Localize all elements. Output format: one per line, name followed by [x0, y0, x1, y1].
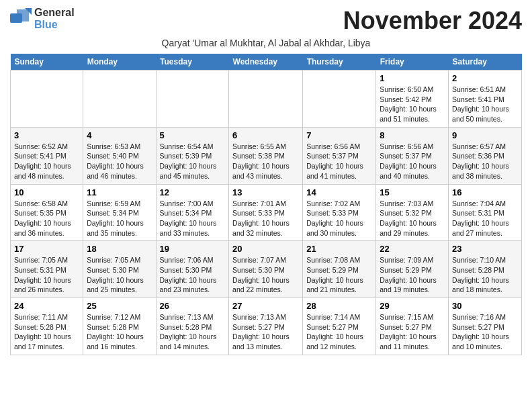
calendar-cell: 18Sunrise: 7:05 AM Sunset: 5:30 PM Dayli…: [83, 241, 156, 298]
day-number: 9: [452, 130, 518, 140]
calendar-cell: 30Sunrise: 7:16 AM Sunset: 5:27 PM Dayli…: [449, 298, 522, 355]
day-number: 23: [452, 244, 518, 254]
day-number: 18: [87, 244, 152, 254]
logo: General Blue: [10, 7, 75, 30]
svg-marker-1: [17, 9, 29, 21]
day-info: Sunrise: 7:02 AM Sunset: 5:33 PM Dayligh…: [306, 199, 372, 238]
calendar-week-row: 10Sunrise: 6:58 AM Sunset: 5:35 PM Dayli…: [11, 184, 522, 241]
calendar-cell: 4Sunrise: 6:53 AM Sunset: 5:40 PM Daylig…: [83, 127, 156, 184]
day-info: Sunrise: 7:10 AM Sunset: 5:28 PM Dayligh…: [452, 255, 518, 295]
calendar-cell: 11Sunrise: 6:59 AM Sunset: 5:34 PM Dayli…: [83, 184, 156, 241]
day-number: 1: [380, 73, 445, 83]
day-number: 25: [87, 301, 152, 311]
calendar-cell: [83, 71, 156, 128]
day-info: Sunrise: 7:07 AM Sunset: 5:30 PM Dayligh…: [232, 255, 299, 295]
calendar-cell: 12Sunrise: 7:00 AM Sunset: 5:34 PM Dayli…: [156, 184, 229, 241]
day-info: Sunrise: 7:15 AM Sunset: 5:27 PM Dayligh…: [380, 312, 445, 352]
calendar-week-row: 17Sunrise: 7:05 AM Sunset: 5:31 PM Dayli…: [11, 241, 522, 298]
day-of-week-header: Sunday: [11, 54, 83, 71]
day-info: Sunrise: 7:13 AM Sunset: 5:28 PM Dayligh…: [160, 312, 226, 352]
calendar-cell: 19Sunrise: 7:06 AM Sunset: 5:30 PM Dayli…: [156, 241, 229, 298]
day-number: 3: [14, 130, 79, 140]
calendar-cell: 10Sunrise: 6:58 AM Sunset: 5:35 PM Dayli…: [11, 184, 83, 241]
day-info: Sunrise: 7:09 AM Sunset: 5:29 PM Dayligh…: [380, 255, 445, 295]
calendar-cell: 5Sunrise: 6:54 AM Sunset: 5:39 PM Daylig…: [156, 127, 229, 184]
calendar-week-row: 3Sunrise: 6:52 AM Sunset: 5:41 PM Daylig…: [11, 127, 522, 184]
calendar-cell: 13Sunrise: 7:01 AM Sunset: 5:33 PM Dayli…: [229, 184, 303, 241]
calendar-cell: 26Sunrise: 7:13 AM Sunset: 5:28 PM Dayli…: [156, 298, 229, 355]
day-number: 19: [160, 244, 226, 254]
logo-icon: [10, 8, 32, 30]
day-number: 7: [306, 130, 372, 140]
day-info: Sunrise: 6:52 AM Sunset: 5:41 PM Dayligh…: [14, 142, 79, 181]
calendar-table: SundayMondayTuesdayWednesdayThursdayFrid…: [10, 54, 522, 355]
day-of-week-header: Saturday: [449, 54, 522, 71]
calendar-cell: [11, 71, 83, 128]
calendar-cell: 15Sunrise: 7:03 AM Sunset: 5:32 PM Dayli…: [376, 184, 449, 241]
day-info: Sunrise: 7:04 AM Sunset: 5:31 PM Dayligh…: [452, 199, 518, 238]
calendar-cell: 29Sunrise: 7:15 AM Sunset: 5:27 PM Dayli…: [376, 298, 449, 355]
calendar-cell: 7Sunrise: 6:56 AM Sunset: 5:37 PM Daylig…: [303, 127, 376, 184]
logo-general: General: [34, 7, 75, 19]
day-info: Sunrise: 7:14 AM Sunset: 5:27 PM Dayligh…: [306, 312, 372, 352]
calendar-cell: 22Sunrise: 7:09 AM Sunset: 5:29 PM Dayli…: [376, 241, 449, 298]
day-info: Sunrise: 6:58 AM Sunset: 5:35 PM Dayligh…: [14, 199, 79, 238]
day-number: 12: [160, 187, 226, 197]
day-number: 21: [306, 244, 372, 254]
day-number: 4: [87, 130, 152, 140]
day-of-week-header: Thursday: [303, 54, 376, 71]
calendar-cell: 2Sunrise: 6:51 AM Sunset: 5:41 PM Daylig…: [449, 71, 522, 128]
day-info: Sunrise: 7:06 AM Sunset: 5:30 PM Dayligh…: [160, 255, 226, 295]
day-number: 22: [380, 244, 445, 254]
calendar-cell: [156, 71, 229, 128]
day-number: 2: [452, 73, 518, 83]
day-of-week-header: Monday: [83, 54, 156, 71]
day-number: 13: [232, 187, 299, 197]
day-info: Sunrise: 7:00 AM Sunset: 5:34 PM Dayligh…: [160, 199, 226, 238]
calendar-week-row: 1Sunrise: 6:50 AM Sunset: 5:42 PM Daylig…: [11, 71, 522, 128]
day-info: Sunrise: 7:05 AM Sunset: 5:31 PM Dayligh…: [14, 255, 79, 295]
calendar-cell: 21Sunrise: 7:08 AM Sunset: 5:29 PM Dayli…: [303, 241, 376, 298]
day-number: 26: [160, 301, 226, 311]
calendar-cell: 8Sunrise: 6:56 AM Sunset: 5:37 PM Daylig…: [376, 127, 449, 184]
day-info: Sunrise: 7:01 AM Sunset: 5:33 PM Dayligh…: [232, 199, 299, 238]
day-info: Sunrise: 7:08 AM Sunset: 5:29 PM Dayligh…: [306, 255, 372, 295]
day-info: Sunrise: 7:05 AM Sunset: 5:30 PM Dayligh…: [87, 255, 152, 295]
day-number: 14: [306, 187, 372, 197]
day-number: 6: [232, 130, 299, 140]
calendar-cell: 9Sunrise: 6:57 AM Sunset: 5:36 PM Daylig…: [449, 127, 522, 184]
day-info: Sunrise: 7:11 AM Sunset: 5:28 PM Dayligh…: [14, 312, 79, 352]
calendar-cell: 6Sunrise: 6:55 AM Sunset: 5:38 PM Daylig…: [229, 127, 303, 184]
day-of-week-header: Friday: [376, 54, 449, 71]
subtitle: Qaryat 'Umar al Mukhtar, Al Jabal al Akh…: [10, 38, 522, 48]
calendar-cell: 25Sunrise: 7:12 AM Sunset: 5:28 PM Dayli…: [83, 298, 156, 355]
day-of-week-header: Wednesday: [229, 54, 303, 71]
calendar-cell: 17Sunrise: 7:05 AM Sunset: 5:31 PM Dayli…: [11, 241, 83, 298]
calendar-cell: 23Sunrise: 7:10 AM Sunset: 5:28 PM Dayli…: [449, 241, 522, 298]
day-info: Sunrise: 7:16 AM Sunset: 5:27 PM Dayligh…: [452, 312, 518, 352]
day-number: 30: [452, 301, 518, 311]
day-info: Sunrise: 6:56 AM Sunset: 5:37 PM Dayligh…: [306, 142, 372, 181]
day-number: 15: [380, 187, 445, 197]
calendar-cell: 14Sunrise: 7:02 AM Sunset: 5:33 PM Dayli…: [303, 184, 376, 241]
day-number: 17: [14, 244, 79, 254]
day-info: Sunrise: 6:56 AM Sunset: 5:37 PM Dayligh…: [380, 142, 445, 181]
day-number: 28: [306, 301, 372, 311]
calendar-header-row: SundayMondayTuesdayWednesdayThursdayFrid…: [11, 54, 522, 71]
calendar-week-row: 24Sunrise: 7:11 AM Sunset: 5:28 PM Dayli…: [11, 298, 522, 355]
day-info: Sunrise: 6:57 AM Sunset: 5:36 PM Dayligh…: [452, 142, 518, 181]
day-info: Sunrise: 6:54 AM Sunset: 5:39 PM Dayligh…: [160, 142, 226, 181]
day-info: Sunrise: 6:51 AM Sunset: 5:41 PM Dayligh…: [452, 85, 518, 124]
day-info: Sunrise: 6:59 AM Sunset: 5:34 PM Dayligh…: [87, 199, 152, 238]
day-number: 8: [380, 130, 445, 140]
day-info: Sunrise: 7:03 AM Sunset: 5:32 PM Dayligh…: [380, 199, 445, 238]
day-number: 16: [452, 187, 518, 197]
calendar-cell: 1Sunrise: 6:50 AM Sunset: 5:42 PM Daylig…: [376, 71, 449, 128]
day-number: 20: [232, 244, 299, 254]
calendar-cell: 20Sunrise: 7:07 AM Sunset: 5:30 PM Dayli…: [229, 241, 303, 298]
day-number: 5: [160, 130, 226, 140]
calendar-cell: 24Sunrise: 7:11 AM Sunset: 5:28 PM Dayli…: [11, 298, 83, 355]
day-of-week-header: Tuesday: [156, 54, 229, 71]
calendar-cell: [229, 71, 303, 128]
month-title: November 2024: [343, 7, 522, 35]
